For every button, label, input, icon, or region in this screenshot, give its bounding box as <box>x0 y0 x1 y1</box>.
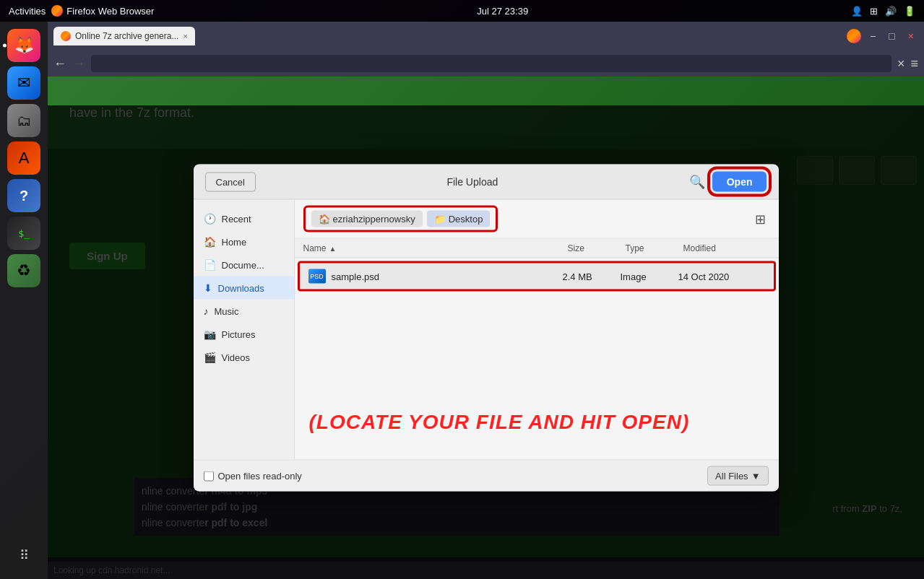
read-only-checkbox[interactable] <box>204 471 214 481</box>
nav-item-home[interactable]: 🏠 Home <box>194 230 294 253</box>
minimize-button[interactable]: − <box>865 29 880 43</box>
topbar-right: 👤 ⊞ 🔊 🔋 <box>851 6 915 17</box>
topbar-firefox-label: Firefox Web Browser <box>66 6 154 17</box>
location-breadcrumb-group: 🏠 ezriahzippernowsky 📁 Desktop <box>303 206 498 232</box>
dock-icon-terminal[interactable]: $_ <box>7 217 40 250</box>
dock-icon-apps[interactable]: ⠿ <box>7 539 40 572</box>
dock-icon-trash[interactable]: ♻ <box>7 254 40 287</box>
close-panel-button[interactable]: × <box>897 56 905 71</box>
dialog-body: 🕐 Recent 🏠 Home 📄 Docume... ⬇ Downloads <box>194 200 779 460</box>
files-dock-symbol: 🗂 <box>17 113 31 129</box>
firefox-favicon <box>51 5 63 17</box>
dock-active-indicator <box>3 44 7 48</box>
browser-content: have in the 7z format. Sign Up nline con… <box>48 77 924 579</box>
topbar: Activities Firefox Web Browser Jul 27 23… <box>0 0 924 22</box>
dialog-nav: 🕐 Recent 🏠 Home 📄 Docume... ⬇ Downloads <box>194 200 295 460</box>
activities-label[interactable]: Activities <box>9 6 46 17</box>
dialog-header-right: 🔍 Open <box>689 172 767 192</box>
file-size: 2.4 MB <box>563 271 621 282</box>
recent-icon: 🕐 <box>204 213 216 225</box>
dock-icon-mail[interactable]: ✉ <box>7 66 40 100</box>
forward-button[interactable]: → <box>72 56 85 71</box>
home-breadcrumb[interactable]: 🏠 ezriahzippernowsky <box>311 211 423 227</box>
tab-title: Online 7z archive genera... <box>75 31 178 41</box>
table-row[interactable]: PSD sample.psd 2.4 MB Image 14 Oct 2020 <box>298 261 776 292</box>
cancel-button[interactable]: Cancel <box>205 172 256 191</box>
file-name-cell: PSD sample.psd <box>308 269 563 284</box>
topbar-app-title: Firefox Web Browser <box>51 5 154 17</box>
apps-grid-symbol: ⠿ <box>20 547 29 563</box>
home-icon: 🏠 <box>204 236 216 248</box>
nav-item-music-label: Music <box>215 305 239 316</box>
file-modified: 14 Oct 2020 <box>678 271 765 282</box>
dock-icon-help[interactable]: ? <box>7 179 40 212</box>
file-type-dropdown[interactable]: All Files ▼ <box>707 466 768 486</box>
nav-item-recent[interactable]: 🕐 Recent <box>194 207 294 230</box>
nav-item-music[interactable]: ♪ Music <box>194 300 294 323</box>
current-breadcrumb[interactable]: 📁 Desktop <box>427 211 491 227</box>
nav-item-documents[interactable]: 📄 Docume... <box>194 253 294 277</box>
documents-icon: 📄 <box>204 259 216 271</box>
column-type: Type <box>626 243 683 253</box>
browser-nav-bar: ← → × ≡ <box>48 51 924 77</box>
home-crumb-label: ezriahzippernowsky <box>333 214 415 225</box>
nav-item-videos[interactable]: 🎬 Videos <box>194 346 294 369</box>
browser-nav-firefox-icon <box>847 29 861 43</box>
nav-item-downloads-label: Downloads <box>218 282 264 293</box>
nav-item-videos-label: Videos <box>222 352 251 362</box>
read-only-label: Open files read-only <box>218 471 302 482</box>
dock-icon-firefox[interactable]: 🦊 <box>7 29 40 62</box>
open-button[interactable]: Open <box>712 172 767 192</box>
sort-arrow-icon: ▲ <box>329 244 337 252</box>
browser-area: Online 7z archive genera... × − □ × ← → … <box>48 22 924 579</box>
file-list: PSD sample.psd 2.4 MB Image 14 Oct 2020 <box>295 258 779 460</box>
nav-item-downloads[interactable]: ⬇ Downloads <box>194 277 294 300</box>
close-button[interactable]: × <box>904 29 918 43</box>
downloads-icon: ⬇ <box>204 282 212 294</box>
help-dock-symbol: ? <box>20 188 28 204</box>
home-crumb-icon: 🏠 <box>319 214 330 225</box>
tab-favicon <box>61 31 71 41</box>
search-icon[interactable]: 🔍 <box>689 174 705 190</box>
tab-bar: Online 7z archive genera... × <box>53 27 844 45</box>
nav-item-home-label: Home <box>222 236 247 247</box>
maximize-button[interactable]: □ <box>884 29 899 43</box>
nav-item-pictures-label: Pictures <box>222 328 256 339</box>
file-type: Image <box>621 271 678 282</box>
network-icon: ⊞ <box>870 6 878 17</box>
pictures-icon: 📷 <box>204 328 216 340</box>
terminal-dock-symbol: $_ <box>18 228 30 239</box>
dialog-header: Cancel File Upload 🔍 Open <box>194 165 779 200</box>
videos-icon: 🎬 <box>204 352 216 363</box>
dock-icon-files[interactable]: 🗂 <box>7 104 40 137</box>
tab-close-button[interactable]: × <box>183 32 187 40</box>
dialog-location-bar: 🏠 ezriahzippernowsky 📁 Desktop ⊞ <box>295 200 779 239</box>
column-name: Name ▲ <box>303 243 568 253</box>
dock: 🦊 ✉ 🗂 A ? $_ ♻ ⠿ <box>0 22 48 579</box>
file-upload-dialog: Cancel File Upload 🔍 Open 🕐 Recent 🏠 <box>194 165 779 492</box>
battery-icon: 🔋 <box>904 6 915 17</box>
volume-icon: 🔊 <box>885 6 897 17</box>
nav-item-documents-label: Docume... <box>222 259 264 270</box>
read-only-checkbox-group: Open files read-only <box>204 471 302 482</box>
view-toggle-button[interactable]: ⊞ <box>751 209 770 228</box>
back-button[interactable]: ← <box>53 56 66 71</box>
browser-tab-active[interactable]: Online 7z archive genera... × <box>53 27 195 45</box>
topbar-left: Activities Firefox Web Browser <box>9 5 154 17</box>
file-list-header: Name ▲ Size Type Modified <box>295 239 779 258</box>
topbar-datetime: Jul 27 23:39 <box>477 6 528 17</box>
menu-button[interactable]: ≡ <box>910 56 918 71</box>
folder-crumb-icon: 📁 <box>434 214 446 225</box>
mail-dock-symbol: ✉ <box>17 74 30 92</box>
trash-dock-symbol: ♻ <box>17 261 31 280</box>
software-dock-symbol: A <box>19 149 30 167</box>
file-name: sample.psd <box>332 271 379 282</box>
nav-item-recent-label: Recent <box>222 213 251 224</box>
dialog-title: File Upload <box>446 176 498 188</box>
firefox-dock-symbol: 🦊 <box>14 36 34 55</box>
browser-window-controls: − □ × <box>847 29 918 43</box>
nav-item-pictures[interactable]: 📷 Pictures <box>194 323 294 346</box>
dropdown-arrow-icon: ▼ <box>751 471 761 482</box>
person-icon: 👤 <box>851 6 863 17</box>
dock-icon-software[interactable]: A <box>7 142 40 175</box>
